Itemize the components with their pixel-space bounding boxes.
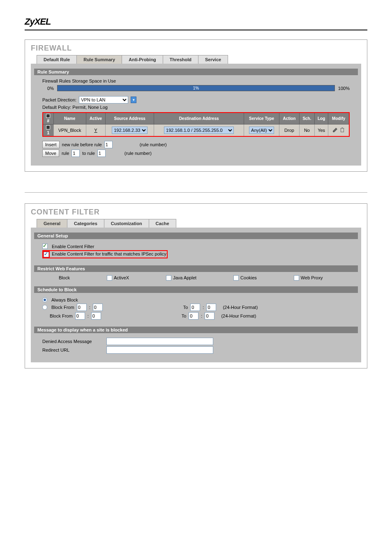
progress-right: 100% [338,86,350,91]
block-from-h2[interactable] [75,312,85,320]
cookies-checkbox[interactable] [233,275,239,281]
insert-button[interactable]: Insert [42,141,60,148]
redirect-url-label: Redirect URL [42,348,104,352]
th-sch: Sch. [300,113,315,124]
move-text1: rule [62,151,69,156]
edit-icon[interactable] [332,127,338,133]
brand-logo: ZyXEL [25,16,367,30]
block-from-label-2: Block From [50,313,73,318]
tab-threshold[interactable]: Threshold [163,55,198,64]
cell-service: Any(All) [244,124,279,137]
cell-name: VPN_Block [53,124,86,137]
always-block-radio[interactable] [42,297,47,302]
firewall-tab-body: Rule Summary Firewall Rules Storage Spac… [31,64,361,166]
move-button[interactable]: Move [42,150,59,157]
cell-action: Drop [279,124,299,137]
web-proxy-label: Web Proxy [301,275,323,280]
denied-message-input[interactable] [106,338,213,345]
th-hash: # [43,113,53,124]
progress-center: 1% [193,85,199,91]
block-to-h1[interactable] [190,304,200,311]
cell-sch: No [300,124,315,137]
move-to-input[interactable] [97,150,106,157]
enable-cf-checkbox[interactable] [42,244,48,249]
message-header: Message to display when a site is blocke… [34,327,358,333]
table-row: 1 VPN_Block Y 192.168.2.33 192.168.1.0 /… [43,124,349,137]
trash-icon[interactable] [339,127,345,133]
dest-address-select[interactable]: 192.168.1.0 / 255.255.255.0 [164,127,234,134]
web-proxy-checkbox[interactable] [294,275,299,281]
th-active: Active [86,113,106,124]
tab-categories[interactable]: Categories [67,219,104,228]
th-dest: Destination Address [154,113,244,124]
rule-summary-header: Rule Summary [34,69,358,75]
content-filter-panel: CONTENT FILTER General Categories Custom… [25,203,367,368]
cell-active: Y [86,124,106,137]
block-to-h2[interactable] [189,312,198,320]
content-filter-tabs: General Categories Customization Cache [31,219,361,228]
insert-text1: new rule before rule [62,142,102,147]
block-label: Block [59,275,70,281]
cell-modify [328,124,349,137]
block-to-m1[interactable] [206,304,216,311]
firewall-tabs: Default Rule Rule Summary Anti-Probing T… [31,55,361,64]
block-from-m1[interactable] [93,304,103,311]
tab-default-rule[interactable]: Default Rule [37,55,77,64]
th-source: Source Address [106,113,154,124]
cell-num: 1 [43,124,53,137]
move-rule-input[interactable] [71,150,80,157]
to-label-2: To [182,313,187,318]
move-text2: to rule [82,151,95,156]
tab-cache[interactable]: Cache [149,219,176,228]
move-text3: (rule number) [125,151,152,156]
enable-cf-ipsec-checkbox[interactable] [44,252,49,257]
storage-progress-bar: 1% [57,85,335,91]
content-filter-body: General Setup Enable Content Filter Enab… [31,228,361,362]
block-from-h1[interactable] [77,304,87,311]
th-service: Service Type [244,113,279,124]
block-from-label-1: Block From [51,305,74,310]
tab-customization[interactable]: Customization [104,219,149,228]
default-policy-text: Default Policy: Permit, None Log [42,105,350,110]
packet-direction-label: Packet Direction: [42,97,76,102]
divider [25,192,367,193]
redirect-url-input[interactable] [106,346,213,354]
th-name: Name [53,113,86,124]
cell-source: 192.168.2.33 [106,124,154,137]
format-label-1: (24-Hour Format) [223,305,258,310]
denied-message-label: Denied Access Message [42,339,104,344]
format-label-2: (24-Hour Format) [221,313,256,318]
th-action: Action [279,113,299,124]
activex-checkbox[interactable] [107,275,112,281]
tab-general[interactable]: General [37,219,67,228]
page-icon [46,125,50,129]
restrict-header: Restrict Web Features [34,265,358,272]
tab-rule-summary[interactable]: Rule Summary [76,55,122,64]
cookies-label: Cookies [240,275,257,280]
block-from-m2[interactable] [91,312,101,320]
tab-anti-probing[interactable]: Anti-Probing [122,55,163,64]
highlight-ipsec: Enable Content Filter for traffic that m… [42,250,168,258]
enable-cf-label: Enable Content Filter [52,244,94,249]
th-modify: Modify [328,113,349,124]
source-address-select[interactable]: 192.168.2.33 [112,127,148,134]
block-to-m2[interactable] [205,312,214,320]
java-applet-label: Java Applet [173,275,196,280]
enable-cf-ipsec-label: Enable Content Filter for traffic that m… [52,251,166,256]
tab-service[interactable]: Service [198,55,228,64]
block-from-radio[interactable] [42,305,47,310]
cell-dest: 192.168.1.0 / 255.255.255.0 [154,124,244,137]
th-log: Log [314,113,328,124]
insert-rule-input[interactable] [104,141,113,148]
java-applet-checkbox[interactable] [166,275,171,281]
chevron-down-icon[interactable]: ▾ [131,97,136,103]
packet-direction-select[interactable]: VPN to LAN [79,96,128,104]
storage-label: Firewall Rules Storage Space in Use [42,78,350,83]
service-type-select[interactable]: Any(All) [249,127,274,134]
schedule-header: Schedule to Block [34,286,358,293]
insert-text2: (rule number) [140,142,167,147]
page-icon [46,114,50,118]
always-block-label: Always Block [51,297,78,302]
cell-log: Yes [314,124,328,137]
rules-table: # Name Active Source Address Destination… [42,112,350,137]
